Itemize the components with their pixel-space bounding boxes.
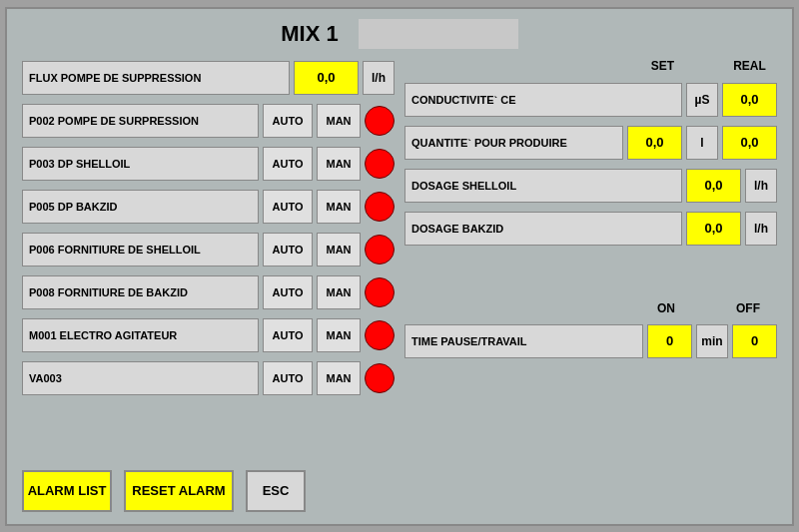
esc-button[interactable]: ESC bbox=[246, 470, 306, 512]
title-text: MIX 1 bbox=[281, 21, 338, 47]
right-column: SET REAL CONDUCTIVITE` CE µS 0,0 QUANTIT… bbox=[404, 59, 777, 397]
indicator-p002 bbox=[365, 106, 395, 136]
title-decoration bbox=[359, 19, 518, 49]
header-real-label: REAL bbox=[722, 59, 777, 73]
btn-auto-p008[interactable]: AUTO bbox=[263, 275, 313, 309]
btn-auto-p002[interactable]: AUTO bbox=[263, 104, 313, 138]
label-p006: P006 FORNITIURE DE SHELLOIL bbox=[22, 233, 259, 266]
header-on-label: ON bbox=[641, 301, 691, 315]
row-dosage-bakzid: DOSAGE BAKZID 0,0 l/h bbox=[404, 210, 777, 248]
btn-man-p005[interactable]: MAN bbox=[317, 190, 361, 224]
label-conductivite: CONDUCTIVITE` CE bbox=[404, 83, 682, 117]
btn-auto-va003[interactable]: AUTO bbox=[263, 361, 313, 395]
btn-man-p008[interactable]: MAN bbox=[317, 275, 361, 309]
value-quantite-set[interactable]: 0,0 bbox=[627, 126, 682, 160]
label-p008: P008 FORNITIURE DE BAKZID bbox=[22, 275, 259, 309]
unit-conductivite: µS bbox=[686, 83, 718, 117]
label-quantite: QUANTITE` POUR PRODUIRE bbox=[404, 126, 623, 160]
label-flux-pompe: FLUX POMPE DE SUPPRESSION bbox=[22, 61, 290, 95]
row-conductivite: CONDUCTIVITE` CE µS 0,0 bbox=[404, 81, 777, 119]
btn-man-p006[interactable]: MAN bbox=[317, 233, 361, 266]
on-off-header: ON OFF bbox=[404, 301, 777, 315]
header-set-label: SET bbox=[635, 59, 690, 73]
reset-alarm-button[interactable]: RESET ALARM bbox=[124, 470, 234, 512]
content-area: FLUX POMPE DE SUPPRESSION 0,0 l/h P002 P… bbox=[22, 59, 777, 397]
value-dosage-bakzid[interactable]: 0,0 bbox=[686, 212, 741, 246]
row-p003: P003 DP SHELLOIL AUTO MAN bbox=[22, 145, 395, 183]
spacer-3 bbox=[404, 282, 777, 292]
value-time-on[interactable]: 0 bbox=[647, 324, 692, 358]
row-quantite: QUANTITE` POUR PRODUIRE 0,0 l 0,0 bbox=[404, 124, 777, 162]
btn-auto-p006[interactable]: AUTO bbox=[263, 233, 313, 266]
label-p002: P002 POMPE DE SURPRESSION bbox=[22, 104, 259, 138]
row-flux-pompe: FLUX POMPE DE SUPPRESSION 0,0 l/h bbox=[22, 59, 395, 97]
row-p002: P002 POMPE DE SURPRESSION AUTO MAN bbox=[22, 102, 395, 140]
page-title: MIX 1 bbox=[22, 19, 777, 49]
value-flux-pompe[interactable]: 0,0 bbox=[294, 61, 359, 95]
btn-auto-p005[interactable]: AUTO bbox=[263, 190, 313, 224]
bottom-bar: ALARM LIST RESET ALARM ESC bbox=[22, 470, 777, 512]
label-dosage-shelloil: DOSAGE SHELLOIL bbox=[404, 169, 682, 203]
btn-man-p002[interactable]: MAN bbox=[317, 104, 361, 138]
label-p005: P005 DP BAKZID bbox=[22, 190, 259, 224]
value-dosage-shelloil[interactable]: 0,0 bbox=[686, 169, 741, 203]
value-quantite-real[interactable]: 0,0 bbox=[722, 126, 777, 160]
unit-dosage-shelloil: l/h bbox=[745, 169, 777, 203]
btn-man-p003[interactable]: MAN bbox=[317, 147, 361, 181]
row-p005: P005 DP BAKZID AUTO MAN bbox=[22, 188, 395, 226]
unit-quantite: l bbox=[686, 126, 718, 160]
indicator-p008 bbox=[365, 277, 395, 307]
spacer-2 bbox=[404, 267, 777, 277]
unit-flux-pompe: l/h bbox=[363, 61, 395, 95]
value-conductivite-real[interactable]: 0,0 bbox=[722, 83, 777, 117]
main-panel: MIX 1 FLUX POMPE DE SUPPRESSION 0,0 l/h bbox=[5, 7, 794, 526]
row-p006: P006 FORNITIURE DE SHELLOIL AUTO MAN bbox=[22, 231, 395, 268]
alarm-list-button[interactable]: ALARM LIST bbox=[22, 470, 112, 512]
set-real-header: SET REAL bbox=[404, 59, 777, 73]
btn-auto-p003[interactable]: AUTO bbox=[263, 147, 313, 181]
label-dosage-bakzid: DOSAGE BAKZID bbox=[404, 212, 682, 246]
label-p003: P003 DP SHELLOIL bbox=[22, 147, 259, 181]
label-m001: M001 ELECTRO AGITATEUR bbox=[22, 318, 259, 352]
row-m001: M001 ELECTRO AGITATEUR AUTO MAN bbox=[22, 316, 395, 354]
row-p008: P008 FORNITIURE DE BAKZID AUTO MAN bbox=[22, 273, 395, 311]
unit-dosage-bakzid: l/h bbox=[745, 212, 777, 246]
indicator-va003 bbox=[365, 363, 395, 393]
btn-man-m001[interactable]: MAN bbox=[317, 318, 361, 352]
indicator-m001 bbox=[365, 320, 395, 350]
btn-man-va003[interactable]: MAN bbox=[317, 361, 361, 395]
value-time-off[interactable]: 0 bbox=[732, 324, 777, 358]
row-time-pause: TIME PAUSE/TRAVAIL 0 min 0 bbox=[404, 322, 777, 360]
spacer-1 bbox=[404, 253, 777, 263]
indicator-p006 bbox=[365, 235, 395, 265]
row-dosage-shelloil: DOSAGE SHELLOIL 0,0 l/h bbox=[404, 167, 777, 205]
label-time-pause: TIME PAUSE/TRAVAIL bbox=[404, 324, 643, 358]
header-off-label: OFF bbox=[723, 301, 773, 315]
label-va003: VA003 bbox=[22, 361, 259, 395]
indicator-p003 bbox=[365, 149, 395, 179]
unit-time-pause: min bbox=[696, 324, 728, 358]
btn-auto-m001[interactable]: AUTO bbox=[263, 318, 313, 352]
left-column: FLUX POMPE DE SUPPRESSION 0,0 l/h P002 P… bbox=[22, 59, 395, 397]
row-va003: VA003 AUTO MAN bbox=[22, 359, 395, 397]
indicator-p005 bbox=[365, 192, 395, 222]
